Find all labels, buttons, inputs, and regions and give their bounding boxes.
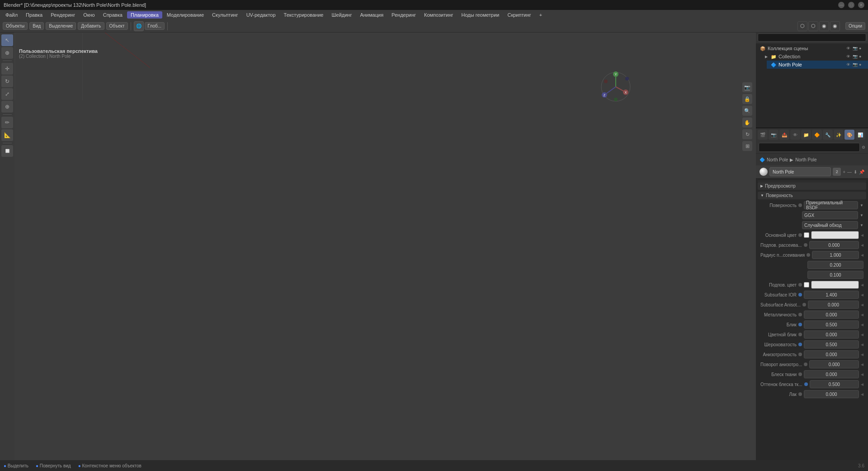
sheen-value[interactable]: 0.000 bbox=[804, 370, 859, 378]
outliner-cam-icon[interactable]: 📷 bbox=[853, 46, 858, 51]
toolbar-add[interactable]: Добавить bbox=[78, 22, 104, 30]
props-tab-scene[interactable]: 🎬 bbox=[758, 130, 768, 140]
tool-cursor[interactable]: ⊕ bbox=[1, 47, 13, 59]
subsurface-pin[interactable]: ◀ bbox=[861, 243, 863, 247]
collection-cam-icon[interactable]: 📷 bbox=[853, 54, 858, 59]
menu-animation[interactable]: Анимация bbox=[356, 11, 387, 19]
menu-shading[interactable]: Шейдинг bbox=[328, 11, 355, 19]
view-rotate-icon[interactable]: ↻ bbox=[742, 129, 752, 139]
menu-uv[interactable]: UV-редактор bbox=[243, 11, 279, 19]
north-pole-cam-icon[interactable]: 📷 bbox=[853, 62, 858, 67]
menu-scripting[interactable]: Скриптинг bbox=[504, 11, 535, 19]
props-tab-render[interactable]: 📷 bbox=[769, 130, 778, 140]
props-tab-data[interactable]: 📊 bbox=[855, 130, 865, 140]
north-pole-eye-icon[interactable]: 👁 bbox=[846, 62, 852, 67]
toolbar-object[interactable]: Объект bbox=[106, 22, 128, 30]
outliner-eye-icon[interactable]: 👁 bbox=[846, 46, 852, 51]
specular-dot[interactable] bbox=[798, 323, 802, 326]
view-hand-icon[interactable]: ✋ bbox=[742, 118, 752, 127]
anisotropic-rot-pin[interactable]: ◀ bbox=[861, 363, 863, 367]
metallic-pin[interactable]: ◀ bbox=[861, 313, 863, 317]
subsurface-color-pin[interactable]: ◀ bbox=[861, 283, 863, 287]
shading-material-icon[interactable]: ◉ bbox=[819, 21, 829, 31]
view-grid-icon[interactable]: ⊞ bbox=[742, 141, 752, 151]
outliner-search-input[interactable] bbox=[758, 33, 866, 42]
tool-scale[interactable]: ⤢ bbox=[1, 88, 13, 100]
properties-filter-icon[interactable]: ⚙ bbox=[862, 145, 865, 150]
shading-solid-icon[interactable]: ⬡ bbox=[797, 21, 807, 31]
surface-type-value[interactable]: Принципиальный BSDF bbox=[804, 201, 858, 209]
material-pin-icon[interactable]: 📌 bbox=[859, 170, 864, 174]
roughness-value[interactable]: 0.500 bbox=[804, 340, 859, 349]
base-color-value[interactable] bbox=[811, 231, 859, 239]
toolbar-global[interactable]: Глоб... bbox=[145, 22, 165, 30]
subsurface-radius-b[interactable]: 0.100 bbox=[807, 271, 863, 279]
props-tab-particles[interactable]: ✨ bbox=[834, 130, 844, 140]
anisotropy-sub-pin[interactable]: ◀ bbox=[861, 303, 863, 307]
collection-eye-icon[interactable]: 👁 bbox=[846, 54, 852, 59]
menu-file[interactable]: Файл bbox=[2, 11, 21, 19]
props-tab-material[interactable]: 🎨 bbox=[844, 130, 854, 140]
outliner-north-pole[interactable]: 🔷 North Pole 👁 📷 ● bbox=[767, 61, 868, 69]
material-browse-icon[interactable]: ⬇ bbox=[854, 170, 857, 174]
shading-rendered-icon[interactable]: ◉ bbox=[830, 21, 840, 31]
north-pole-sel-icon[interactable]: ● bbox=[859, 62, 864, 67]
view-lock-icon[interactable]: 🔒 bbox=[742, 94, 752, 104]
material-name-input[interactable]: North Pole bbox=[769, 167, 831, 176]
menu-layout[interactable]: Планировка bbox=[127, 11, 162, 19]
sheen-tint-value[interactable]: 0.500 bbox=[810, 380, 859, 388]
specular-tint-value[interactable]: 0.000 bbox=[804, 330, 859, 339]
tool-move[interactable]: ✛ bbox=[1, 63, 13, 75]
outliner-scene-collection[interactable]: 📦 Коллекция сцены 👁 📷 ● bbox=[756, 44, 868, 52]
menu-texture[interactable]: Текстурирование bbox=[280, 11, 327, 19]
node-path-item2[interactable]: North Pole bbox=[795, 157, 816, 162]
properties-search-input[interactable] bbox=[759, 143, 860, 152]
random-walk-value[interactable]: Случайный обход bbox=[802, 221, 858, 229]
specular-pin[interactable]: ◀ bbox=[861, 323, 863, 327]
subsurface-radius-g[interactable]: 0.200 bbox=[807, 261, 863, 269]
tool-transform[interactable]: ⊕ bbox=[1, 101, 13, 113]
roughness-dot[interactable] bbox=[798, 343, 802, 346]
tool-annotate[interactable]: ✏ bbox=[1, 117, 13, 128]
roughness-pin[interactable]: ◀ bbox=[861, 343, 863, 347]
subsurface-dot[interactable] bbox=[804, 243, 807, 247]
subsurface-color-swatch[interactable] bbox=[804, 282, 809, 287]
menu-sculpting[interactable]: Скульптинг bbox=[208, 11, 242, 19]
anisotropy-sub-value[interactable]: 0.000 bbox=[808, 301, 859, 309]
subsurface-radius-dot[interactable] bbox=[807, 253, 810, 257]
tool-select[interactable]: ↖ bbox=[1, 34, 13, 46]
anisotropic-value[interactable]: 0.000 bbox=[804, 350, 859, 358]
base-color-swatch[interactable] bbox=[804, 232, 809, 238]
shading-wireframe-icon[interactable]: ⬡ bbox=[808, 21, 818, 31]
tool-add-cube[interactable]: 🔲 bbox=[1, 145, 13, 157]
material-add-icon[interactable]: + bbox=[843, 170, 845, 174]
surface-dot[interactable] bbox=[798, 203, 802, 207]
view-zoom-icon[interactable]: 🔍 bbox=[742, 106, 752, 116]
navigation-gizmo[interactable]: Y X Z bbox=[598, 69, 634, 105]
menu-geometry-nodes[interactable]: Ноды геометрии bbox=[458, 11, 503, 19]
outliner-collection[interactable]: ▶ 📁 Collection 👁 📷 ● bbox=[761, 52, 868, 61]
minimize-button[interactable]: — bbox=[838, 2, 844, 8]
props-tab-output[interactable]: 📤 bbox=[779, 130, 789, 140]
menu-window[interactable]: Окно bbox=[80, 11, 99, 19]
toolbar-objects[interactable]: Объекты bbox=[3, 22, 28, 30]
clearcoat-dot[interactable] bbox=[798, 392, 802, 396]
menu-compositing[interactable]: Композитинг bbox=[420, 11, 457, 19]
view-camera-icon[interactable]: 📷 bbox=[742, 82, 752, 92]
specular-tint-dot[interactable] bbox=[798, 333, 802, 336]
material-count-badge[interactable]: 2 bbox=[833, 168, 841, 176]
anisotropic-rot-dot[interactable] bbox=[804, 363, 807, 366]
sheen-tint-pin[interactable]: ◀ bbox=[861, 382, 863, 386]
close-button[interactable]: ✕ bbox=[858, 2, 864, 8]
preview-section-header[interactable]: ▶ Предпросмотр bbox=[758, 182, 866, 190]
clearcoat-value[interactable]: 0.000 bbox=[804, 390, 859, 398]
maximize-button[interactable]: □ bbox=[848, 2, 854, 8]
viewport-3d[interactable]: Пользовательская перспектива (2) Collect… bbox=[14, 33, 756, 460]
props-tab-modifier[interactable]: 🔧 bbox=[823, 130, 833, 140]
outliner-sel-icon[interactable]: ● bbox=[859, 46, 864, 51]
toolbar-view[interactable]: Вид bbox=[29, 22, 44, 30]
material-remove-icon[interactable]: — bbox=[847, 170, 852, 174]
sheen-pin[interactable]: ◀ bbox=[861, 372, 863, 377]
menu-modeling[interactable]: Моделирование bbox=[163, 11, 208, 19]
metallic-dot[interactable] bbox=[798, 313, 802, 316]
